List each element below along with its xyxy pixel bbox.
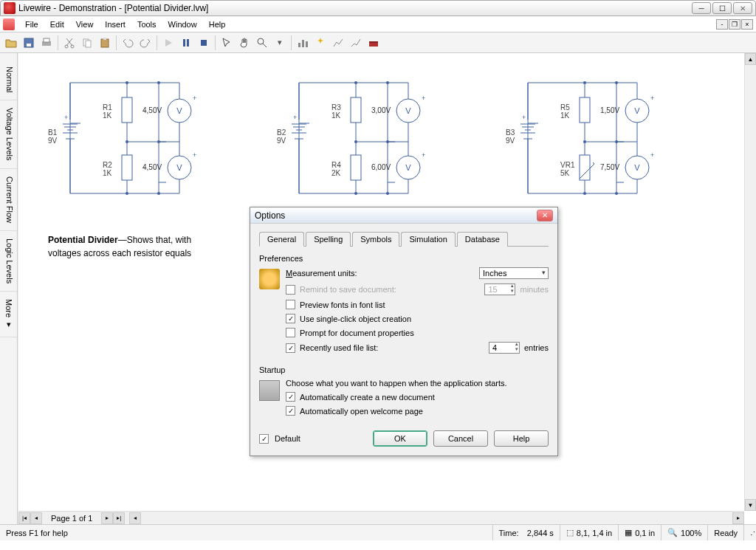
tab-current[interactable]: Current Flow	[0, 169, 17, 231]
dropdown-icon[interactable]: ▾	[272, 35, 288, 51]
graph2-icon[interactable]	[348, 35, 364, 51]
svg-text:V: V	[176, 163, 182, 172]
app-icon	[4, 2, 16, 14]
tab-symbols[interactable]: Symbols	[352, 232, 399, 247]
svg-point-40	[354, 81, 357, 84]
close-button[interactable]: ✕	[733, 2, 752, 14]
auto-new-checkbox[interactable]	[286, 392, 295, 402]
undo-icon[interactable]	[120, 35, 136, 51]
redo-icon[interactable]	[137, 35, 154, 51]
svg-point-44	[354, 192, 357, 195]
tab-spelling[interactable]: Spelling	[306, 232, 351, 247]
auto-welcome-checkbox[interactable]	[286, 406, 295, 416]
svg-rect-11	[187, 39, 189, 47]
preview-fonts-checkbox[interactable]	[286, 300, 295, 309]
mdi-restore[interactable]: ❐	[729, 19, 740, 30]
tab-more[interactable]: More	[0, 292, 17, 337]
pause-icon[interactable]	[178, 35, 194, 51]
svg-point-30	[157, 192, 160, 195]
tab-simulation[interactable]: Simulation	[401, 232, 455, 247]
page-first-icon[interactable]: |◂	[18, 512, 30, 524]
r-bot-label: R21K	[103, 161, 112, 177]
svg-point-29	[126, 192, 128, 195]
prompt-props-checkbox[interactable]	[286, 328, 295, 337]
svg-rect-14	[298, 43, 300, 47]
menu-window[interactable]: Window	[162, 18, 203, 30]
circuit-svg: V V + + +	[506, 68, 690, 204]
hand-icon[interactable]	[236, 35, 252, 51]
resize-grip[interactable]: ⋰	[743, 525, 756, 540]
meter-top-value: 4,50V	[142, 106, 162, 114]
r-top-label: R11K	[103, 103, 112, 120]
tab-voltage[interactable]: Voltage Levels	[0, 100, 17, 169]
stop-icon[interactable]	[196, 35, 212, 51]
cancel-button[interactable]: Cancel	[433, 430, 488, 447]
svg-rect-18	[369, 41, 378, 43]
open-icon[interactable]	[3, 35, 19, 51]
menu-file[interactable]: File	[19, 18, 44, 30]
tab-normal[interactable]: Normal	[0, 59, 17, 100]
maximize-button[interactable]: ☐	[712, 2, 732, 14]
zoom-icon[interactable]	[254, 35, 270, 51]
scroll-up-icon[interactable]: ▲	[745, 53, 756, 65]
meter-top-value: 1,50V	[600, 106, 619, 114]
remind-unit: minutes	[520, 285, 549, 294]
svg-rect-10	[183, 39, 185, 47]
save-icon[interactable]	[21, 35, 37, 51]
hscroll-left-icon[interactable]: ◂	[129, 512, 141, 524]
copy-icon[interactable]	[79, 35, 95, 51]
menu-insert[interactable]: Insert	[99, 18, 131, 30]
play-icon[interactable]	[160, 35, 176, 51]
horizontal-scrollbar[interactable]: |◂ ◂ Page 1 of 1 ▸ ▸| ◂ ▸	[18, 511, 744, 524]
svg-text:+: +	[64, 114, 68, 121]
tab-logic[interactable]: Logic Levels	[0, 231, 17, 292]
vertical-scrollbar[interactable]: ▲ ▼	[744, 53, 756, 511]
svg-point-26	[157, 81, 160, 84]
recent-spinner[interactable]: 4	[489, 342, 520, 354]
single-click-checkbox[interactable]	[286, 314, 295, 323]
default-checkbox[interactable]	[259, 434, 269, 444]
graph1-icon[interactable]	[330, 35, 346, 51]
tab-database[interactable]: Database	[457, 232, 508, 247]
circuit-3: V V + + + B39VR51KVR15K1,50V7,50V	[506, 68, 690, 216]
dialog-titlebar[interactable]: Options ✕	[250, 207, 557, 224]
paste-icon[interactable]	[97, 35, 113, 51]
hscroll-right-icon[interactable]: ▸	[732, 512, 744, 524]
toolbox-icon[interactable]	[365, 35, 382, 51]
page-prev-icon[interactable]: ◂	[30, 512, 42, 524]
ok-button[interactable]: OK	[373, 430, 427, 447]
help-button[interactable]: Help	[494, 430, 549, 447]
page-indicator: Page 1 of 1	[42, 514, 101, 523]
page-next-icon[interactable]: ▸	[101, 512, 113, 524]
menu-help[interactable]: Help	[203, 18, 232, 30]
r-bot-label: VR15K	[560, 161, 574, 177]
menu-tools[interactable]: Tools	[131, 18, 162, 30]
svg-text:+: +	[650, 151, 654, 159]
page-last-icon[interactable]: ▸|	[113, 512, 125, 524]
print-icon[interactable]	[38, 35, 55, 51]
dialog-close-button[interactable]: ✕	[537, 210, 553, 221]
wizard-icon[interactable]	[312, 35, 329, 51]
tab-general[interactable]: General	[259, 232, 304, 247]
status-position: ⬚8,1, 1,4 in	[560, 525, 618, 540]
battery-label: B39V	[506, 128, 515, 145]
minimize-button[interactable]: ─	[692, 2, 711, 14]
recent-checkbox[interactable]	[286, 343, 295, 353]
svg-text:V: V	[176, 106, 182, 115]
cut-icon[interactable]	[61, 35, 78, 51]
pointer-icon[interactable]	[219, 35, 235, 51]
menu-edit[interactable]: Edit	[44, 18, 70, 30]
measurement-label: Measurement units:	[286, 269, 357, 278]
chart-icon[interactable]	[295, 35, 311, 51]
status-ready: Ready	[707, 525, 743, 540]
svg-rect-3	[44, 38, 49, 42]
menu-view[interactable]: View	[70, 18, 100, 30]
battery-label: B29V	[277, 128, 286, 145]
mdi-close[interactable]: ×	[741, 19, 753, 30]
scroll-down-icon[interactable]: ▼	[745, 499, 756, 511]
mdi-minimize[interactable]: -	[716, 19, 728, 30]
measurement-combo[interactable]: Inches	[479, 267, 549, 279]
svg-point-58	[615, 140, 618, 143]
remind-checkbox	[286, 285, 295, 295]
remind-spinner: 15	[484, 283, 515, 295]
